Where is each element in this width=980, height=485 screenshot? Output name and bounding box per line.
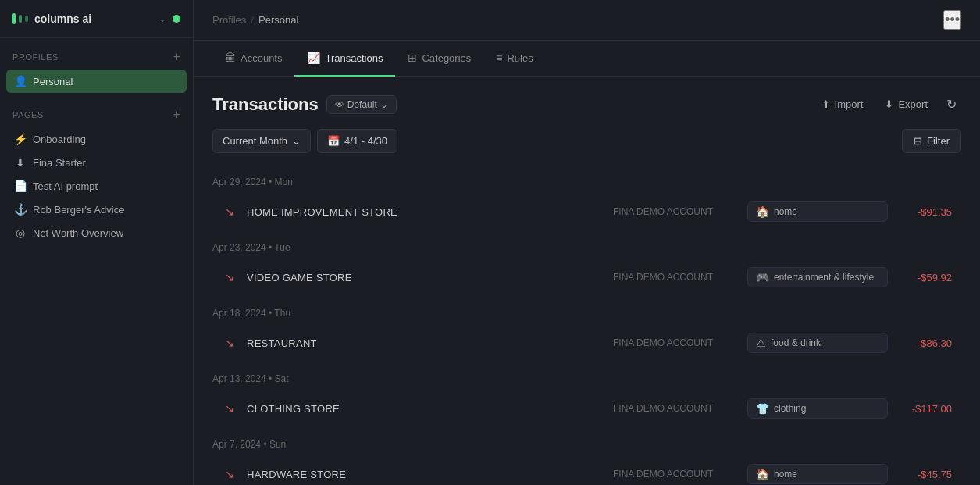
category-emoji: 👕 [756, 402, 769, 415]
import-button[interactable]: ⬆ Import [814, 94, 871, 115]
default-view-badge[interactable]: 👁 Default ⌄ [326, 95, 397, 114]
sidebar-item-rob-berger[interactable]: ⚓ Rob Berger's Advice [6, 198, 187, 221]
transaction-date-group: Apr 7, 2024 • Sun ↘ HARDWARE STORE FINA … [212, 431, 961, 485]
transaction-name: RESTAURANT [247, 337, 604, 349]
filter-label: Filter [927, 135, 950, 147]
test-ai-label: Test AI prompt [33, 180, 98, 192]
tab-rules[interactable]: ≡ Rules [483, 41, 545, 77]
profiles-section-header: Profiles + [6, 48, 187, 66]
default-label: Default [347, 99, 377, 110]
sidebar-item-onboarding[interactable]: ⚡ Onboarding [6, 127, 187, 151]
transaction-account: FINA DEMO ACCOUNT [613, 469, 738, 480]
transaction-date-group: Apr 23, 2024 • Tue ↘ VIDEO GAME STORE FI… [212, 234, 961, 297]
categories-tab-icon: ⊞ [408, 52, 417, 64]
net-worth-icon: ◎ [14, 226, 27, 239]
transaction-name: HOME IMPROVEMENT STORE [247, 206, 604, 218]
transaction-name: VIDEO GAME STORE [247, 272, 604, 284]
sidebar-item-personal[interactable]: 👤 Personal [6, 70, 187, 93]
current-month-filter[interactable]: Current Month ⌄ [212, 129, 311, 153]
transaction-category[interactable]: ⚠ food & drink [747, 333, 888, 353]
import-label: Import [835, 98, 864, 110]
transaction-account: FINA DEMO ACCOUNT [613, 403, 738, 414]
onboarding-icon: ⚡ [14, 133, 27, 145]
fina-starter-label: Fina Starter [33, 157, 86, 169]
category-label: food & drink [771, 337, 821, 348]
transaction-amount: -$59.92 [897, 272, 952, 284]
transaction-category[interactable]: 🏠 home [747, 201, 888, 222]
transaction-row[interactable]: ↘ RESTAURANT FINA DEMO ACCOUNT ⚠ food & … [212, 323, 961, 362]
category-emoji: 🏠 [756, 468, 769, 480]
export-icon: ⬇ [885, 98, 893, 110]
date-label: Apr 13, 2024 • Sat [212, 366, 961, 389]
onboarding-label: Onboarding [33, 134, 86, 145]
filter-left: Current Month ⌄ 📅 4/1 - 4/30 [212, 129, 397, 153]
content-area: Transactions 👁 Default ⌄ ⬆ Import ⬇ Expo… [194, 77, 980, 485]
rules-tab-icon: ≡ [496, 52, 502, 64]
filter-button[interactable]: ⊟ Filter [902, 129, 961, 153]
transaction-row[interactable]: ↘ VIDEO GAME STORE FINA DEMO ACCOUNT 🎮 e… [212, 258, 961, 297]
chevron-down-icon: ⌄ [380, 99, 388, 110]
transaction-arrow-icon: ↘ [222, 337, 237, 349]
add-page-button[interactable]: + [173, 109, 180, 121]
transaction-date-group: Apr 29, 2024 • Mon ↘ HOME IMPROVEMENT ST… [212, 169, 961, 231]
more-options-button[interactable]: ••• [943, 10, 961, 30]
breadcrumb-current: Personal [258, 14, 298, 26]
transaction-account: FINA DEMO ACCOUNT [613, 272, 738, 283]
transaction-arrow-icon: ↘ [222, 271, 237, 284]
tab-transactions[interactable]: 📈 Transactions [294, 41, 395, 77]
date-label: Apr 23, 2024 • Tue [212, 234, 961, 258]
rob-berger-icon: ⚓ [14, 203, 27, 216]
transaction-account: FINA DEMO ACCOUNT [613, 206, 738, 217]
sidebar-chevron-icon[interactable]: ⌄ [159, 13, 166, 24]
transaction-groups: Apr 29, 2024 • Mon ↘ HOME IMPROVEMENT ST… [212, 169, 961, 485]
tab-rules-label: Rules [507, 52, 533, 64]
transaction-row[interactable]: ↘ HOME IMPROVEMENT STORE FINA DEMO ACCOU… [212, 192, 961, 231]
export-button[interactable]: ⬇ Export [877, 94, 935, 115]
tab-accounts[interactable]: 🏛 Accounts [212, 41, 294, 77]
personal-icon: 👤 [14, 75, 27, 87]
net-worth-label: Net Worth Overview [33, 227, 123, 239]
add-profile-button[interactable]: + [173, 51, 180, 63]
sidebar-item-fina-starter[interactable]: ⬇ Fina Starter [6, 151, 187, 174]
date-range-filter[interactable]: 📅 4/1 - 4/30 [317, 129, 397, 153]
transaction-row[interactable]: ↘ CLOTHING STORE FINA DEMO ACCOUNT 👕 clo… [212, 389, 961, 428]
transaction-amount: -$117.00 [897, 403, 952, 415]
transaction-name: HARDWARE STORE [247, 469, 604, 480]
transaction-arrow-icon: ↘ [222, 402, 237, 415]
app-name: columns ai [34, 12, 152, 25]
profiles-section: Profiles + 👤 Personal [0, 38, 193, 96]
refresh-button[interactable]: ↻ [942, 92, 961, 116]
transaction-arrow-icon: ↘ [222, 205, 237, 218]
sidebar-item-net-worth[interactable]: ◎ Net Worth Overview [6, 221, 187, 244]
sidebar-header: columns ai ⌄ [0, 0, 193, 38]
transaction-date-group: Apr 18, 2024 • Thu ↘ RESTAURANT FINA DEM… [212, 300, 961, 362]
transaction-account: FINA DEMO ACCOUNT [613, 337, 738, 348]
date-range-label: 4/1 - 4/30 [344, 135, 387, 147]
main-content: Profiles / Personal ••• 🏛 Accounts 📈 Tra… [194, 0, 980, 485]
transaction-amount: -$86.30 [897, 337, 952, 349]
transaction-category[interactable]: 🎮 entertainment & lifestyle [747, 267, 888, 287]
logo-icon [12, 13, 28, 24]
sidebar: columns ai ⌄ Profiles + 👤 Personal Pages… [0, 0, 194, 485]
category-emoji: 🎮 [756, 271, 769, 284]
transaction-category[interactable]: 🏠 home [747, 464, 888, 484]
transaction-arrow-icon: ↘ [222, 468, 237, 480]
header-actions: ⬆ Import ⬇ Export ↻ [814, 92, 961, 116]
category-emoji: ⚠ [756, 337, 766, 349]
transaction-row[interactable]: ↘ HARDWARE STORE FINA DEMO ACCOUNT 🏠 hom… [212, 455, 961, 485]
breadcrumb: Profiles / Personal [212, 14, 943, 26]
breadcrumb-parent[interactable]: Profiles [212, 14, 246, 26]
date-label: Apr 18, 2024 • Thu [212, 300, 961, 323]
tab-bar: 🏛 Accounts 📈 Transactions ⊞ Categories ≡… [194, 41, 980, 77]
transaction-category[interactable]: 👕 clothing [747, 398, 888, 419]
tab-categories[interactable]: ⊞ Categories [395, 41, 483, 77]
tab-transactions-label: Transactions [325, 52, 383, 64]
tab-categories-label: Categories [422, 52, 471, 64]
transactions-tab-icon: 📈 [307, 52, 320, 64]
rob-berger-label: Rob Berger's Advice [33, 204, 124, 216]
sidebar-item-test-ai[interactable]: 📄 Test AI prompt [6, 174, 187, 198]
transaction-name: CLOTHING STORE [247, 403, 604, 415]
breadcrumb-separator: / [251, 14, 254, 26]
category-label: home [774, 469, 797, 480]
date-label: Apr 29, 2024 • Mon [212, 169, 961, 192]
